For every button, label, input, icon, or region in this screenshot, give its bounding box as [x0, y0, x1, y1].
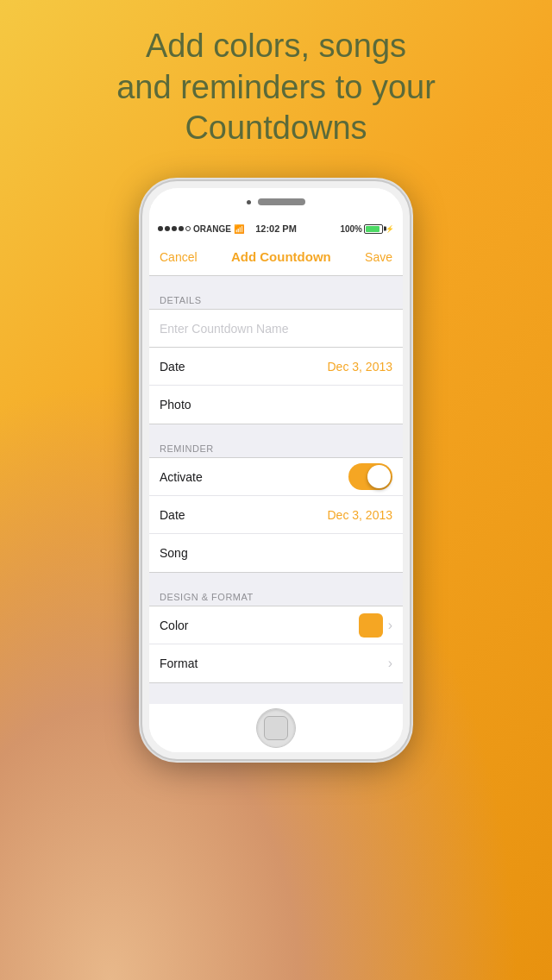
battery-fill — [366, 226, 380, 232]
reminder-date-label: Date — [160, 508, 185, 522]
color-swatch[interactable] — [359, 613, 383, 638]
activate-label: Activate — [160, 470, 203, 484]
date-label: Date — [160, 360, 185, 374]
song-row[interactable]: Song — [149, 534, 403, 572]
format-row[interactable]: Format › — [149, 644, 403, 682]
activate-toggle[interactable] — [348, 463, 392, 490]
reminder-date-row[interactable]: Date Dec 3, 2013 — [149, 496, 403, 534]
date-row[interactable]: Date Dec 3, 2013 — [149, 348, 403, 386]
signal-dot-5 — [185, 226, 191, 231]
charging-icon: ⚡ — [386, 225, 394, 233]
nav-title: Add Countdown — [231, 249, 331, 264]
date-value: Dec 3, 2013 — [328, 360, 393, 374]
wifi-icon: 📶 — [234, 224, 244, 234]
save-button[interactable]: Save — [365, 250, 392, 264]
details-table: Enter Countdown Name Date Dec 3, 2013 Ph… — [149, 309, 403, 424]
name-input-row[interactable]: Enter Countdown Name — [149, 310, 403, 348]
battery-area: 100% ⚡ — [340, 224, 394, 234]
bottom-spacer — [149, 683, 403, 700]
name-placeholder[interactable]: Enter Countdown Name — [160, 322, 288, 336]
status-bar: ORANGE 📶 12:02 PM 100% ⚡ — [149, 219, 403, 238]
signal-dots — [158, 226, 191, 231]
front-camera — [247, 200, 251, 204]
details-section: DETAILS Enter Countdown Name Date Dec 3,… — [149, 288, 403, 424]
headline: Add colors, songs and reminders to your … — [0, 26, 552, 149]
battery-icon — [364, 224, 383, 234]
color-row[interactable]: Color › — [149, 606, 403, 644]
signal-dot-2 — [165, 226, 170, 231]
reminder-section: REMINDER Activate Date Dec 3, 2013 — [149, 437, 403, 573]
camera-area — [247, 198, 305, 205]
phone-inner: ORANGE 📶 12:02 PM 100% ⚡ Cancel Add Coun… — [149, 188, 403, 752]
color-chevron-icon: › — [388, 618, 392, 633]
signal-dot-1 — [158, 226, 163, 231]
photo-label: Photo — [160, 398, 191, 411]
design-header: DESIGN & FORMAT — [149, 585, 403, 606]
color-label: Color — [160, 619, 188, 632]
design-table: Color › Format › — [149, 606, 403, 683]
signal-dot-3 — [172, 226, 177, 231]
time-display: 12:02 PM — [255, 223, 297, 234]
cancel-button[interactable]: Cancel — [160, 250, 198, 264]
earpiece-speaker — [258, 198, 305, 205]
bottom-bezel — [149, 704, 403, 752]
format-label: Format — [160, 656, 198, 670]
carrier-label: ORANGE — [193, 224, 231, 234]
design-section: DESIGN & FORMAT Color › Format › — [149, 585, 403, 683]
toggle-knob — [367, 465, 391, 488]
home-button[interactable] — [256, 708, 296, 748]
signal-dot-4 — [179, 226, 184, 231]
signal-area: ORANGE 📶 — [158, 224, 244, 234]
song-label: Song — [160, 546, 188, 560]
reminder-header: REMINDER — [149, 437, 403, 457]
color-right: › — [359, 613, 392, 638]
home-button-inner — [264, 716, 288, 740]
screen-content[interactable]: Cancel Add Countdown Save DETAILS Enter … — [149, 238, 403, 704]
battery-percent: 100% — [340, 224, 362, 234]
phone-frame: ORANGE 📶 12:02 PM 100% ⚡ Cancel Add Coun… — [142, 181, 410, 759]
photo-row[interactable]: Photo — [149, 386, 403, 424]
reminder-date-value: Dec 3, 2013 — [328, 508, 393, 522]
reminder-table: Activate Date Dec 3, 2013 Song — [149, 457, 403, 573]
format-chevron-icon: › — [388, 656, 392, 671]
activate-row[interactable]: Activate — [149, 458, 403, 496]
details-header: DETAILS — [149, 288, 403, 309]
